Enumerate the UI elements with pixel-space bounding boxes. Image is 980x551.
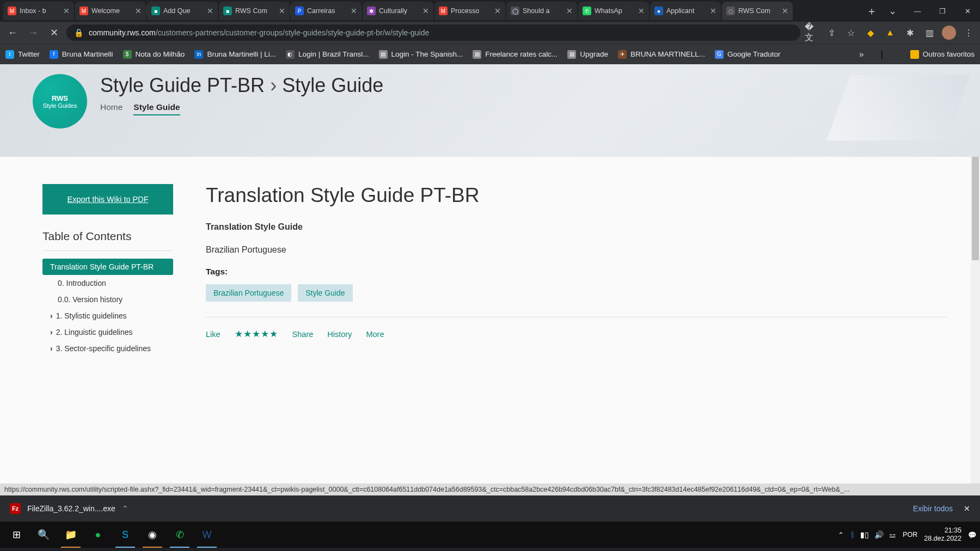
battery-icon[interactable]: ▮▯ — [860, 530, 869, 539]
tab-close-icon[interactable]: ✕ — [710, 7, 716, 15]
start-button[interactable]: ⊞ — [3, 522, 29, 548]
tab-close-icon[interactable]: ✕ — [782, 7, 788, 15]
tabs-dropdown[interactable]: ⌄ — [880, 0, 905, 22]
download-item[interactable]: Fz FileZilla_3.62.2_win....exe ⌃ — [10, 503, 128, 514]
wifi-icon[interactable]: ⚍ — [889, 530, 896, 539]
taskbar-clock[interactable]: 21:35 28.dez.2022 — [924, 526, 961, 543]
taskbar-spotify[interactable]: ● — [85, 522, 111, 548]
title-group[interactable]: Style Guide PT-BR — [100, 74, 265, 97]
bookmark-item[interactable]: inBruna Martinelli | Li... — [194, 50, 276, 59]
tab-close-icon[interactable]: ✕ — [207, 7, 213, 15]
browser-tab[interactable]: ■Add Que✕ — [147, 2, 218, 20]
bookmark-item[interactable]: ▤Upgrade — [567, 50, 608, 59]
toc-item-active[interactable]: Translation Style Guide PT-BR — [42, 259, 173, 275]
bookmark-item[interactable]: GGoogle Tradutor — [715, 50, 781, 59]
filezilla-icon: Fz — [10, 503, 21, 514]
tag-brazilian-portuguese[interactable]: Brazilian Portuguese — [206, 284, 291, 302]
bookmark-item[interactable]: ▤Freelance rates calc... — [473, 50, 558, 59]
url-box[interactable]: 🔒 community.rws.com/customers-partners/c… — [66, 25, 800, 41]
bookmark-star-icon[interactable]: ☆ — [844, 26, 858, 40]
bluetooth-icon[interactable]: ᛒ — [850, 530, 855, 539]
taskbar-search[interactable]: 🔍 — [30, 522, 57, 548]
tab-close-icon[interactable]: ✕ — [135, 7, 142, 15]
page-body: Export this Wiki to PDF Table of Content… — [0, 157, 980, 357]
tab-label: Culturally — [379, 7, 419, 15]
tab-close-icon[interactable]: ✕ — [638, 7, 645, 15]
extensions-icon[interactable]: ✱ — [903, 26, 917, 40]
crumb-style-guide[interactable]: Style Guide — [133, 102, 180, 115]
nav-forward[interactable]: → — [25, 25, 41, 41]
rating-stars[interactable]: ★★★★★ — [235, 328, 278, 340]
window-maximize[interactable]: ❐ — [930, 0, 955, 22]
downloads-close-icon[interactable]: ✕ — [964, 504, 970, 513]
nav-stop[interactable]: ✕ — [46, 25, 62, 41]
toc-item-version[interactable]: 0.0. Version history — [42, 291, 173, 308]
toc-item-stylistic[interactable]: 1. Stylistic guidelines — [42, 308, 173, 324]
bookmark-item[interactable]: $Nota do Milhão — [123, 50, 185, 59]
downloads-show-all[interactable]: Exibir todos — [913, 504, 953, 513]
bookmark-item[interactable]: ◐Login | Brazil Transl... — [286, 50, 369, 59]
like-button[interactable]: Like — [206, 330, 220, 339]
taskbar-word[interactable]: W — [194, 522, 220, 548]
toc-item-sector[interactable]: 3. Sector-specific guidelines — [42, 340, 173, 357]
browser-tab[interactable]: ✆WhatsAp✕ — [578, 2, 649, 20]
translate-icon[interactable]: �文 — [805, 26, 819, 40]
bookmark-item[interactable]: ✈BRUNA MARTINELL... — [618, 50, 705, 59]
tab-close-icon[interactable]: ✕ — [63, 7, 70, 15]
tab-close-icon[interactable]: ✕ — [566, 7, 573, 15]
browser-tab[interactable]: ◌RWS Com✕ — [722, 2, 793, 20]
bookmark-item[interactable]: fBruna Martinelli — [50, 50, 113, 59]
browser-tab[interactable]: MInbox - b✕ — [3, 2, 74, 20]
browser-tab[interactable]: MProcesso✕ — [434, 2, 505, 20]
history-button[interactable]: History — [327, 330, 352, 339]
taskbar-chrome[interactable]: ◉ — [139, 522, 166, 548]
window-minimize[interactable]: — — [905, 0, 930, 22]
bookmark-label: Login | Brazil Transl... — [298, 50, 369, 58]
export-pdf-button[interactable]: Export this Wiki to PDF — [42, 184, 173, 215]
group-badge[interactable]: RWS Style Guides — [33, 74, 87, 128]
more-button[interactable]: More — [366, 330, 384, 339]
taskbar-whatsapp[interactable]: ✆ — [167, 522, 193, 548]
crumb-home[interactable]: Home — [100, 102, 122, 115]
tray-chevron-icon[interactable]: ⌃ — [838, 531, 844, 539]
taskbar-explorer[interactable]: 📁 — [58, 522, 84, 548]
action-center-icon[interactable]: 💬 — [968, 531, 977, 539]
toc-item-linguistic[interactable]: 2. Linguistic guidelines — [42, 324, 173, 340]
download-chevron-icon[interactable]: ⌃ — [122, 504, 128, 513]
ext-1-icon[interactable]: ◆ — [863, 26, 878, 40]
share-button[interactable]: Share — [292, 330, 314, 339]
system-tray: ᛒ ▮▯ 🔊 ⚍ — [850, 530, 896, 539]
tag-style-guide[interactable]: Style Guide — [298, 284, 352, 302]
addrbar-right: �文 ⇪ ☆ ◆ ▲ ✱ ▥ ⋮ — [805, 26, 976, 40]
volume-icon[interactable]: 🔊 — [874, 530, 884, 539]
browser-tab[interactable]: ✽Culturally✕ — [363, 2, 433, 20]
ext-drive-icon[interactable]: ▲ — [883, 26, 897, 40]
window-close[interactable]: ✕ — [955, 0, 980, 22]
browser-tab[interactable]: ■RWS Com✕ — [219, 2, 290, 20]
share-icon[interactable]: ⇪ — [824, 26, 838, 40]
tab-close-icon[interactable]: ✕ — [279, 7, 285, 15]
sidepanel-icon[interactable]: ▥ — [922, 26, 936, 40]
bookmark-label: Upgrade — [580, 50, 608, 58]
browser-tab[interactable]: ●Applicant✕ — [650, 2, 721, 20]
taskbar-skype[interactable]: S — [112, 522, 138, 548]
tab-close-icon[interactable]: ✕ — [351, 7, 357, 15]
nav-back[interactable]: ← — [4, 25, 21, 41]
other-bookmarks[interactable]: Outros favoritos — [910, 50, 975, 59]
bookmarks-overflow[interactable]: » — [857, 50, 866, 59]
browser-tab[interactable]: ◯Should a✕ — [506, 2, 577, 20]
browser-tab[interactable]: PCarreiras✕ — [291, 2, 362, 20]
tab-label: RWS Com — [235, 7, 275, 15]
page-title: Style Guide PT-BR › Style Guide — [100, 74, 383, 97]
bookmark-item[interactable]: ▤Login - The Spanish... — [379, 50, 463, 59]
chrome-menu-icon[interactable]: ⋮ — [961, 26, 976, 40]
tags-heading: Tags: — [206, 267, 947, 277]
ime-indicator[interactable]: POR — [903, 531, 917, 538]
new-tab-button[interactable]: ＋ — [863, 3, 880, 19]
tab-close-icon[interactable]: ✕ — [422, 7, 429, 15]
tab-close-icon[interactable]: ✕ — [494, 7, 501, 15]
profile-avatar[interactable] — [942, 26, 956, 40]
toc-item-intro[interactable]: 0. Introduction — [42, 275, 173, 291]
browser-tab[interactable]: MWelcome✕ — [75, 2, 146, 20]
bookmark-item[interactable]: tTwitter — [5, 50, 40, 59]
